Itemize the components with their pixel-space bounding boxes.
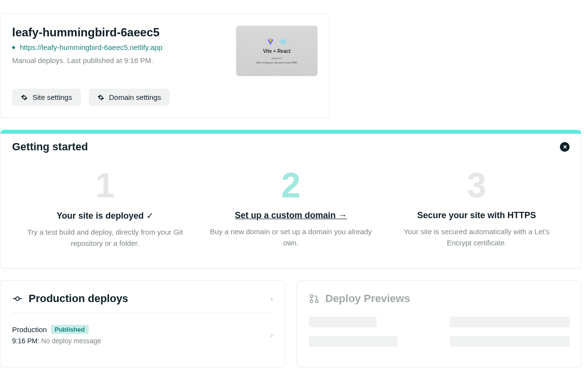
status-dot-icon xyxy=(12,46,15,49)
deploy-message: No deploy message xyxy=(41,337,101,345)
site-info: leafy-hummingbird-6aeec5 https://leafy-h… xyxy=(12,26,236,64)
pull-request-icon xyxy=(309,293,319,304)
step-description: Try a test build and deploy, directly fr… xyxy=(20,227,190,249)
vite-icon xyxy=(267,38,274,46)
checkmark-icon: ✓ xyxy=(146,211,154,221)
domain-settings-label: Domain settings xyxy=(109,93,161,101)
production-deploys-title: Production deploys xyxy=(12,292,128,305)
skeleton-row xyxy=(309,317,570,327)
step-number: 3 xyxy=(392,168,562,203)
site-settings-button[interactable]: Site settings xyxy=(12,89,81,106)
gear-icon xyxy=(97,94,104,101)
step-number: 1 xyxy=(20,168,190,203)
arrow-right-icon: → xyxy=(338,210,347,220)
step-description: Buy a new domain or set up a domain you … xyxy=(206,226,376,248)
svg-point-8 xyxy=(310,300,313,303)
step-deployed: 1 Your site is deployed ✓ Try a test bui… xyxy=(12,168,198,249)
deploy-time: 9:16 PM: xyxy=(12,337,39,345)
step-https: 3 Secure your site with HTTPS Your site … xyxy=(384,168,570,249)
svg-point-7 xyxy=(310,295,313,298)
preview-subtext: count is 0 xyxy=(271,57,282,60)
preview-title: Vite + React xyxy=(263,48,291,54)
site-preview-thumbnail[interactable]: Vite + React count is 0 Edit src/App.jsx… xyxy=(236,26,318,76)
skeleton-block xyxy=(450,336,570,347)
accent-bar xyxy=(0,130,581,134)
getting-started-panel: Getting started ✕ 1 Your site is deploye… xyxy=(0,129,582,269)
skeleton-block xyxy=(309,317,377,327)
preview-line: Edit src/App.jsx and save to test HMR xyxy=(256,61,297,64)
site-name: leafy-hummingbird-6aeec5 xyxy=(12,26,236,39)
close-icon: ✕ xyxy=(563,144,567,150)
svg-point-4 xyxy=(16,297,19,300)
step-number: 2 xyxy=(206,168,376,203)
step-custom-domain[interactable]: 2 Set up a custom domain → Buy a new dom… xyxy=(198,168,383,249)
step-description: Your site is secured automatically with … xyxy=(392,226,562,248)
step-title-link[interactable]: Set up a custom domain → xyxy=(206,210,376,221)
production-deploys-panel: Production deploys › Production Publishe… xyxy=(0,280,285,368)
site-url-link[interactable]: https://leafy-hummingbird-6aeec5.netlify… xyxy=(20,43,162,51)
skeleton-block xyxy=(309,336,397,347)
chevron-right-icon: › xyxy=(270,331,273,339)
site-meta-text: Manual deploys. Last published at 9:16 P… xyxy=(12,56,236,64)
skeleton-block xyxy=(450,317,570,327)
deploy-previews-title: Deploy Previews xyxy=(309,292,410,305)
site-settings-label: Site settings xyxy=(32,93,72,101)
published-badge: Published xyxy=(51,325,89,334)
deploy-environment: Production xyxy=(12,325,47,334)
chevron-right-icon[interactable]: › xyxy=(270,295,273,303)
svg-point-0 xyxy=(283,41,284,43)
domain-settings-button[interactable]: Domain settings xyxy=(89,89,170,106)
close-button[interactable]: ✕ xyxy=(560,142,570,152)
step-title: Your site is deployed ✓ xyxy=(20,210,190,221)
deploy-item[interactable]: Production Published 9:16 PM: No deploy … xyxy=(12,323,273,347)
getting-started-title: Getting started xyxy=(12,141,88,153)
gear-icon xyxy=(21,94,28,101)
skeleton-row xyxy=(309,336,570,347)
site-overview-card: leafy-hummingbird-6aeec5 https://leafy-h… xyxy=(0,14,330,118)
react-icon xyxy=(279,38,287,46)
svg-point-9 xyxy=(316,300,318,303)
commit-icon xyxy=(12,293,23,304)
deploy-previews-panel: Deploy Previews xyxy=(297,280,582,368)
step-title: Secure your site with HTTPS xyxy=(392,210,562,221)
